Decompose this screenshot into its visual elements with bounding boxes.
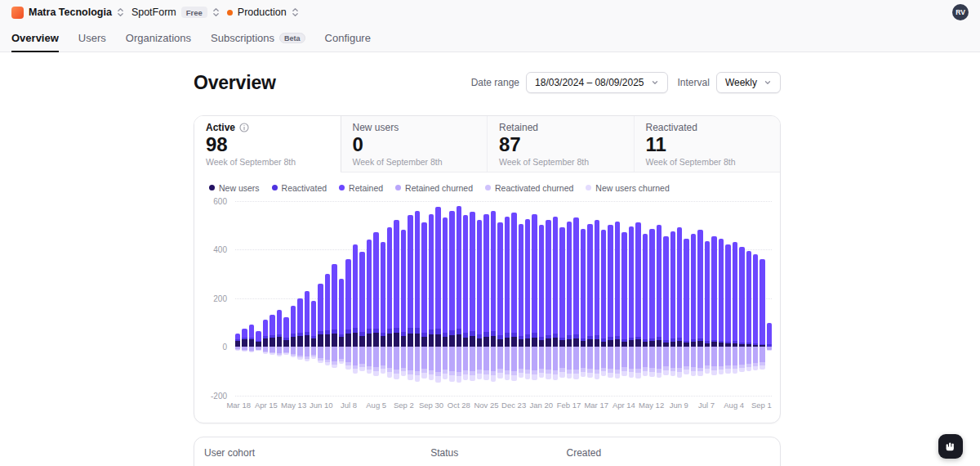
- chart-bar[interactable]: [491, 201, 496, 396]
- environment-switcher[interactable]: Production: [227, 7, 299, 18]
- chart-bar[interactable]: [643, 201, 648, 396]
- chart-bar[interactable]: [733, 201, 737, 396]
- chart-bar[interactable]: [387, 201, 392, 396]
- stat-retained[interactable]: Retained 87 Week of September 8th: [488, 116, 635, 172]
- chart-bar[interactable]: [297, 201, 302, 396]
- chart-bar[interactable]: [421, 201, 426, 396]
- chart-bar[interactable]: [705, 201, 710, 396]
- org-switcher[interactable]: Matra Tecnologia: [11, 7, 124, 19]
- chart-bar[interactable]: [311, 201, 316, 396]
- chart-bar[interactable]: [497, 201, 502, 396]
- chart-bar[interactable]: [449, 201, 454, 396]
- chart-bar[interactable]: [649, 201, 654, 396]
- tab-organizations[interactable]: Organizations: [126, 25, 191, 52]
- chart-bar[interactable]: [657, 201, 662, 396]
- chart-bar[interactable]: [670, 201, 675, 396]
- chart-bar[interactable]: [242, 201, 247, 396]
- chart-bar[interactable]: [753, 201, 758, 396]
- chart-bar[interactable]: [256, 201, 261, 396]
- chevron-updown-icon[interactable]: [212, 7, 220, 18]
- chart-bar[interactable]: [235, 201, 240, 396]
- chart-bar[interactable]: [477, 201, 482, 396]
- chart-bar[interactable]: [663, 201, 668, 396]
- chart-bar[interactable]: [767, 201, 772, 396]
- chart-bar[interactable]: [546, 201, 550, 396]
- chart-bar[interactable]: [463, 201, 468, 396]
- chart-bar[interactable]: [249, 201, 254, 396]
- chart-bar[interactable]: [587, 201, 592, 396]
- chart-bar[interactable]: [332, 201, 336, 396]
- legend-item-reactivated[interactable]: Reactivated: [272, 183, 327, 193]
- chart-bar[interactable]: [401, 201, 406, 396]
- chart-bar[interactable]: [719, 201, 724, 396]
- chart-bar[interactable]: [595, 201, 599, 396]
- chart-bar[interactable]: [567, 201, 572, 396]
- tab-configure[interactable]: Configure: [325, 25, 371, 52]
- chart-bar[interactable]: [435, 201, 440, 396]
- chart-bar[interactable]: [270, 201, 274, 396]
- chart-bar[interactable]: [457, 201, 461, 396]
- chart-bar[interactable]: [305, 201, 310, 396]
- chart-bar[interactable]: [553, 201, 558, 396]
- chart-bar[interactable]: [573, 201, 578, 396]
- chart-bar[interactable]: [684, 201, 688, 396]
- tab-users[interactable]: Users: [78, 25, 106, 52]
- chart-bar[interactable]: [608, 201, 612, 396]
- chart-bar[interactable]: [367, 201, 372, 396]
- chart-bar[interactable]: [283, 201, 288, 396]
- stat-active[interactable]: Active 98 Week of September 8th: [194, 116, 341, 172]
- chart-bar[interactable]: [621, 201, 626, 396]
- chart-bar[interactable]: [483, 201, 488, 396]
- chart-bar[interactable]: [559, 201, 564, 396]
- chart-bar[interactable]: [697, 201, 702, 396]
- chevron-updown-icon[interactable]: [292, 7, 299, 18]
- chart-bar[interactable]: [381, 201, 385, 396]
- chart-bar[interactable]: [615, 201, 620, 396]
- chart-bar[interactable]: [394, 201, 399, 396]
- chart-bar[interactable]: [505, 201, 510, 396]
- chart-bar[interactable]: [325, 201, 330, 396]
- chart-bar[interactable]: [677, 201, 682, 396]
- chart-bar[interactable]: [601, 201, 606, 396]
- chart-bar[interactable]: [263, 201, 268, 396]
- chart-bar[interactable]: [408, 201, 412, 396]
- date-range-button[interactable]: 18/03/2024 – 08/09/2025: [526, 72, 667, 93]
- legend-item-new-users-churned[interactable]: New users churned: [586, 183, 669, 193]
- chart-bar[interactable]: [760, 201, 764, 396]
- chart-bar[interactable]: [277, 201, 282, 396]
- chart-bar[interactable]: [539, 201, 544, 396]
- chart-bar[interactable]: [345, 201, 350, 396]
- chart-bar[interactable]: [470, 201, 474, 396]
- tab-subscriptions[interactable]: Subscriptions Beta: [211, 25, 305, 52]
- chart-bar[interactable]: [532, 201, 537, 396]
- chart-bar[interactable]: [415, 201, 420, 396]
- tab-overview[interactable]: Overview: [11, 25, 59, 52]
- legend-item-retained-churned[interactable]: Retained churned: [395, 183, 473, 193]
- chart-bar[interactable]: [359, 201, 364, 396]
- chart-bar[interactable]: [291, 201, 296, 396]
- stat-reactivated[interactable]: Reactivated 11 Week of September 8th: [635, 116, 781, 172]
- chart-bar[interactable]: [739, 201, 744, 396]
- app-switcher[interactable]: SpotForm Free: [131, 7, 220, 18]
- chart-bar[interactable]: [318, 201, 323, 396]
- chart-bar[interactable]: [373, 201, 378, 396]
- chart-bar[interactable]: [525, 201, 530, 396]
- chart-bar[interactable]: [635, 201, 640, 396]
- support-button[interactable]: [938, 434, 963, 459]
- chart-bar[interactable]: [725, 201, 730, 396]
- user-avatar[interactable]: RV: [952, 4, 969, 20]
- chart-bar[interactable]: [629, 201, 634, 396]
- chart-bar[interactable]: [746, 201, 751, 396]
- chart-bar[interactable]: [691, 201, 696, 396]
- legend-item-new-users[interactable]: New users: [209, 183, 260, 193]
- chart-bar[interactable]: [711, 201, 716, 396]
- chevron-updown-icon[interactable]: [117, 7, 124, 18]
- chart-bar[interactable]: [443, 201, 448, 396]
- interval-select[interactable]: Weekly: [716, 72, 781, 93]
- chart-bar[interactable]: [429, 201, 434, 396]
- legend-item-reactivated-churned[interactable]: Reactivated churned: [485, 183, 573, 193]
- chart-bar[interactable]: [511, 201, 516, 396]
- chart-bar[interactable]: [581, 201, 586, 396]
- stat-new-users[interactable]: New users 0 Week of September 8th: [341, 116, 488, 172]
- chart-bar[interactable]: [339, 201, 344, 396]
